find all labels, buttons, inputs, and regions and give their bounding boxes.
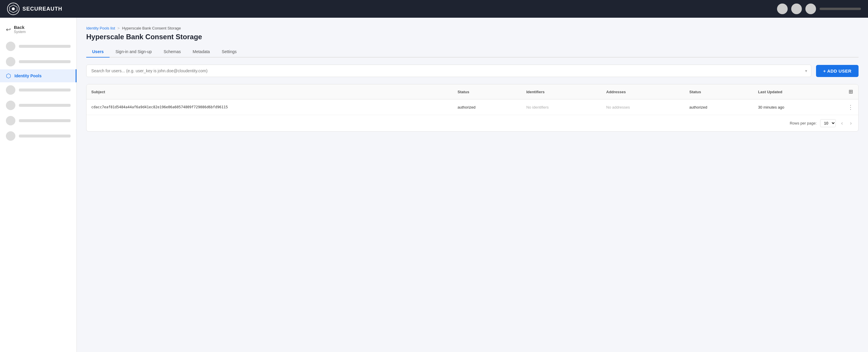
main-layout: ↩ Back System ⬡ Identity Pools — [0, 18, 868, 352]
table-row: cdacc7eaf81d5484a44af6a9d41ec82e196e06a6… — [87, 99, 858, 115]
cell-identifiers: No identifiers — [522, 99, 601, 115]
cell-row-actions: ⋮ — [843, 99, 858, 115]
sidebar-ph-line-4 — [19, 104, 70, 107]
search-wrapper: ▾ — [86, 65, 811, 77]
main-content: Identity Pools list > Hyperscale Bank Co… — [77, 18, 868, 352]
add-user-button[interactable]: + ADD USER — [816, 65, 859, 77]
nav-avatar-3[interactable] — [805, 4, 816, 14]
sidebar-ph-line-5 — [19, 119, 70, 122]
col-header-status: Status — [453, 84, 522, 99]
back-button[interactable]: ↩ Back System — [0, 23, 76, 39]
sidebar-ph-line-1 — [19, 45, 70, 48]
tab-users[interactable]: Users — [86, 46, 110, 58]
tabs-container: Users Sign-in and Sign-up Schemas Metada… — [86, 46, 859, 58]
app-logo: SECUREAUTH — [7, 3, 62, 15]
col-header-addresses: Addresses — [601, 84, 685, 99]
sidebar-placeholder-2 — [0, 54, 76, 69]
breadcrumb-link[interactable]: Identity Pools list — [86, 26, 115, 30]
breadcrumb: Identity Pools list > Hyperscale Bank Co… — [86, 26, 859, 30]
sidebar-placeholder-1 — [0, 39, 76, 54]
sidebar-item-label: Identity Pools — [14, 73, 42, 78]
sidebar: ↩ Back System ⬡ Identity Pools — [0, 18, 77, 352]
row-more-icon[interactable]: ⋮ — [848, 104, 854, 110]
sidebar-ph-avatar-3 — [6, 85, 16, 95]
cell-last-updated: 30 minutes ago — [753, 99, 843, 115]
col-header-last-updated: Last Updated — [753, 84, 843, 99]
sidebar-ph-avatar-1 — [6, 42, 16, 51]
sidebar-ph-line-6 — [19, 135, 70, 138]
rows-per-page-select[interactable]: 10 25 50 — [820, 119, 836, 127]
col-header-subject: Subject — [87, 84, 453, 99]
nav-avatar-2[interactable] — [791, 4, 802, 14]
sidebar-ph-avatar-5 — [6, 116, 16, 126]
tab-sign-in-sign-up[interactable]: Sign-in and Sign-up — [110, 46, 158, 58]
cell-status2: authorized — [685, 99, 753, 115]
svg-point-1 — [12, 7, 15, 10]
users-table: Subject Status Identifiers Addresses Sta… — [87, 84, 858, 115]
sidebar-ph-line-3 — [19, 89, 70, 92]
pagination-next-button[interactable]: › — [848, 119, 854, 127]
sidebar-placeholder-6 — [0, 128, 76, 144]
cell-addresses: No addresses — [601, 99, 685, 115]
sidebar-ph-avatar-2 — [6, 57, 16, 66]
table-header: Subject Status Identifiers Addresses Sta… — [87, 84, 858, 99]
back-arrow-icon: ↩ — [6, 26, 11, 33]
sidebar-placeholder-3 — [0, 82, 76, 98]
nav-bar-placeholder — [819, 8, 861, 10]
app-name: SECUREAUTH — [23, 6, 62, 12]
breadcrumb-current: Hyperscale Bank Consent Storage — [122, 26, 181, 30]
breadcrumb-separator: > — [118, 26, 120, 30]
table-header-row: Subject Status Identifiers Addresses Sta… — [87, 84, 858, 99]
identity-pools-icon: ⬡ — [6, 72, 11, 79]
pagination-row: Rows per page: 10 25 50 ‹ › — [87, 115, 858, 131]
col-header-actions: ⊞ — [843, 84, 858, 99]
top-navigation: SECUREAUTH — [0, 0, 868, 18]
sidebar-ph-avatar-6 — [6, 131, 16, 141]
table-body: cdacc7eaf81d5484a44af6a9d41ec82e196e06a6… — [87, 99, 858, 115]
tab-settings[interactable]: Settings — [216, 46, 243, 58]
cell-status: authorized — [453, 99, 522, 115]
users-table-container: Subject Status Identifiers Addresses Sta… — [86, 84, 859, 132]
nav-avatar-1[interactable] — [777, 4, 788, 14]
tab-schemas[interactable]: Schemas — [158, 46, 187, 58]
sidebar-ph-line-2 — [19, 60, 70, 63]
back-label: Back — [14, 25, 26, 30]
search-dropdown-icon[interactable]: ▾ — [805, 68, 807, 73]
tab-metadata[interactable]: Metadata — [187, 46, 216, 58]
col-header-identifiers: Identifiers — [522, 84, 601, 99]
search-input[interactable] — [86, 65, 811, 77]
column-selector-icon[interactable]: ⊞ — [848, 89, 853, 95]
rows-per-page-label: Rows per page: — [790, 121, 816, 126]
back-sub-label: System — [14, 30, 26, 34]
sidebar-placeholder-5 — [0, 113, 76, 128]
secureauth-logo-icon — [7, 3, 20, 15]
col-header-status2: Status — [685, 84, 753, 99]
sidebar-placeholder-4 — [0, 98, 76, 113]
pagination-prev-button[interactable]: ‹ — [839, 119, 845, 127]
sidebar-ph-avatar-4 — [6, 101, 16, 110]
sidebar-item-identity-pools[interactable]: ⬡ Identity Pools — [0, 69, 76, 82]
topnav-right — [777, 4, 861, 14]
search-row: ▾ + ADD USER — [86, 65, 859, 77]
cell-subject: cdacc7eaf81d5484a44af6a9d41ec82e196e06a6… — [87, 99, 453, 115]
page-title: Hyperscale Bank Consent Storage — [86, 33, 859, 41]
